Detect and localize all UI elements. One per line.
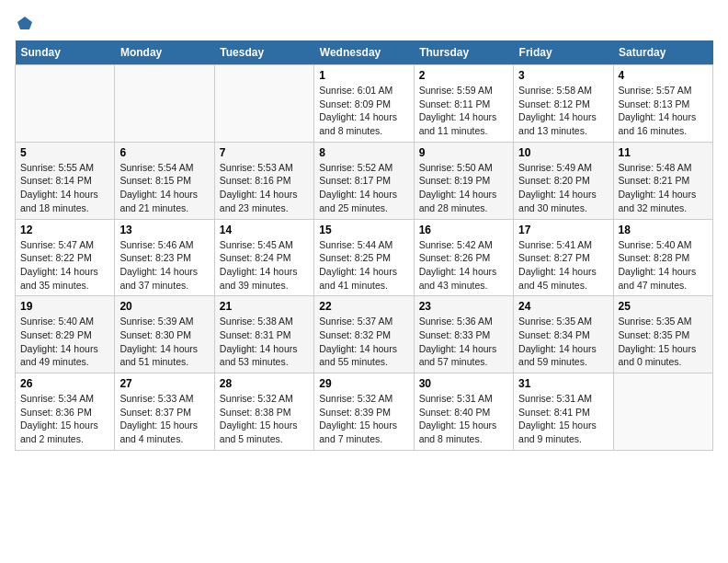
day-info: Sunrise: 5:38 AMSunset: 8:31 PMDaylight:… (220, 315, 309, 369)
day-number: 16 (419, 224, 508, 236)
weekday-header-wednesday: Wednesday (314, 40, 414, 65)
calendar-cell: 9Sunrise: 5:50 AMSunset: 8:19 PMDaylight… (414, 142, 513, 219)
day-number: 17 (518, 224, 608, 236)
day-info: Sunrise: 5:35 AMSunset: 8:35 PMDaylight:… (619, 315, 708, 369)
day-number: 5 (20, 146, 109, 159)
calendar-cell: 4Sunrise: 5:57 AMSunset: 8:13 PMDaylight… (613, 65, 712, 143)
day-number: 10 (518, 146, 608, 159)
day-info: Sunrise: 5:32 AMSunset: 8:39 PMDaylight:… (319, 392, 408, 446)
calendar-cell: 19Sunrise: 5:40 AMSunset: 8:29 PMDayligh… (16, 296, 115, 373)
day-info: Sunrise: 5:50 AMSunset: 8:19 PMDaylight:… (419, 161, 508, 215)
day-number: 19 (20, 300, 109, 313)
day-info: Sunrise: 5:40 AMSunset: 8:28 PMDaylight:… (619, 238, 708, 293)
logo-flag-icon (17, 15, 33, 31)
day-info: Sunrise: 5:48 AMSunset: 8:21 PMDaylight:… (619, 161, 708, 215)
day-number: 14 (220, 224, 309, 236)
day-number: 25 (619, 300, 708, 313)
calendar-cell: 13Sunrise: 5:46 AMSunset: 8:23 PMDayligh… (115, 219, 214, 296)
day-info: Sunrise: 5:41 AMSunset: 8:27 PMDaylight:… (518, 238, 608, 293)
day-number: 9 (419, 146, 508, 159)
calendar-week-row: 19Sunrise: 5:40 AMSunset: 8:29 PMDayligh… (16, 296, 713, 373)
weekday-header-friday: Friday (514, 40, 613, 65)
day-number: 21 (220, 300, 309, 313)
calendar-cell: 29Sunrise: 5:32 AMSunset: 8:39 PMDayligh… (314, 373, 414, 451)
calendar-cell: 6Sunrise: 5:54 AMSunset: 8:15 PMDaylight… (115, 142, 214, 219)
day-info: Sunrise: 5:44 AMSunset: 8:25 PMDaylight:… (319, 238, 408, 293)
day-info: Sunrise: 5:57 AMSunset: 8:13 PMDaylight:… (619, 84, 708, 138)
calendar-cell: 5Sunrise: 5:55 AMSunset: 8:14 PMDaylight… (16, 142, 115, 219)
day-info: Sunrise: 5:55 AMSunset: 8:14 PMDaylight:… (20, 161, 109, 215)
calendar-cell: 15Sunrise: 5:44 AMSunset: 8:25 PMDayligh… (314, 219, 414, 296)
day-info: Sunrise: 5:37 AMSunset: 8:32 PMDaylight:… (319, 315, 408, 369)
weekday-header-tuesday: Tuesday (214, 40, 313, 65)
day-number: 30 (419, 377, 508, 390)
calendar-cell: 22Sunrise: 5:37 AMSunset: 8:32 PMDayligh… (314, 296, 414, 373)
day-number: 26 (20, 377, 109, 390)
weekday-header-sunday: Sunday (16, 40, 115, 65)
day-number: 24 (518, 300, 608, 313)
calendar-cell: 26Sunrise: 5:34 AMSunset: 8:36 PMDayligh… (16, 373, 115, 451)
day-number: 1 (319, 69, 408, 82)
day-number: 18 (619, 224, 708, 236)
calendar-cell: 17Sunrise: 5:41 AMSunset: 8:27 PMDayligh… (514, 219, 613, 296)
calendar-week-row: 5Sunrise: 5:55 AMSunset: 8:14 PMDaylight… (16, 142, 713, 219)
calendar-week-row: 1Sunrise: 6:01 AMSunset: 8:09 PMDaylight… (16, 65, 713, 143)
calendar-cell: 12Sunrise: 5:47 AMSunset: 8:22 PMDayligh… (16, 219, 115, 296)
day-number: 13 (119, 224, 209, 236)
calendar-cell: 14Sunrise: 5:45 AMSunset: 8:24 PMDayligh… (214, 219, 313, 296)
calendar-cell: 10Sunrise: 5:49 AMSunset: 8:20 PMDayligh… (514, 142, 613, 219)
day-info: Sunrise: 5:46 AMSunset: 8:23 PMDaylight:… (119, 238, 209, 293)
calendar-cell: 16Sunrise: 5:42 AMSunset: 8:26 PMDayligh… (414, 219, 513, 296)
calendar-cell (16, 65, 115, 143)
day-number: 11 (619, 146, 708, 159)
calendar-cell: 24Sunrise: 5:35 AMSunset: 8:34 PMDayligh… (514, 296, 613, 373)
calendar-cell: 18Sunrise: 5:40 AMSunset: 8:28 PMDayligh… (613, 219, 712, 296)
day-info: Sunrise: 5:54 AMSunset: 8:15 PMDaylight:… (119, 161, 209, 215)
calendar-cell: 30Sunrise: 5:31 AMSunset: 8:40 PMDayligh… (414, 373, 513, 451)
day-info: Sunrise: 5:39 AMSunset: 8:30 PMDaylight:… (119, 315, 209, 369)
logo (15, 15, 33, 31)
day-info: Sunrise: 5:58 AMSunset: 8:12 PMDaylight:… (518, 84, 608, 138)
calendar-cell (613, 373, 712, 451)
day-number: 3 (518, 69, 608, 82)
day-info: Sunrise: 5:40 AMSunset: 8:29 PMDaylight:… (20, 315, 109, 369)
day-number: 23 (419, 300, 508, 313)
day-info: Sunrise: 5:49 AMSunset: 8:20 PMDaylight:… (518, 161, 608, 215)
day-info: Sunrise: 5:31 AMSunset: 8:40 PMDaylight:… (419, 392, 508, 446)
day-info: Sunrise: 6:01 AMSunset: 8:09 PMDaylight:… (319, 84, 408, 138)
day-number: 6 (119, 146, 209, 159)
day-number: 27 (119, 377, 209, 390)
calendar-cell (115, 65, 214, 143)
calendar-cell (214, 65, 313, 143)
calendar-cell: 11Sunrise: 5:48 AMSunset: 8:21 PMDayligh… (613, 142, 712, 219)
day-number: 15 (319, 224, 408, 236)
day-info: Sunrise: 5:45 AMSunset: 8:24 PMDaylight:… (220, 238, 309, 293)
day-info: Sunrise: 5:34 AMSunset: 8:36 PMDaylight:… (20, 392, 109, 446)
day-info: Sunrise: 5:31 AMSunset: 8:41 PMDaylight:… (518, 392, 608, 446)
calendar-week-row: 26Sunrise: 5:34 AMSunset: 8:36 PMDayligh… (16, 373, 713, 451)
weekday-header-monday: Monday (115, 40, 214, 65)
calendar-cell: 31Sunrise: 5:31 AMSunset: 8:41 PMDayligh… (514, 373, 613, 451)
day-info: Sunrise: 5:35 AMSunset: 8:34 PMDaylight:… (518, 315, 608, 369)
day-number: 8 (319, 146, 408, 159)
day-info: Sunrise: 5:36 AMSunset: 8:33 PMDaylight:… (419, 315, 508, 369)
day-info: Sunrise: 5:42 AMSunset: 8:26 PMDaylight:… (419, 238, 508, 293)
day-number: 4 (619, 69, 708, 82)
day-info: Sunrise: 5:47 AMSunset: 8:22 PMDaylight:… (20, 238, 109, 293)
calendar-cell: 7Sunrise: 5:53 AMSunset: 8:16 PMDaylight… (214, 142, 313, 219)
day-number: 2 (419, 69, 508, 82)
calendar-cell: 2Sunrise: 5:59 AMSunset: 8:11 PMDaylight… (414, 65, 513, 143)
calendar-cell: 23Sunrise: 5:36 AMSunset: 8:33 PMDayligh… (414, 296, 513, 373)
svg-marker-0 (17, 17, 32, 29)
weekday-header-thursday: Thursday (414, 40, 513, 65)
day-info: Sunrise: 5:59 AMSunset: 8:11 PMDaylight:… (419, 84, 508, 138)
calendar-cell: 27Sunrise: 5:33 AMSunset: 8:37 PMDayligh… (115, 373, 214, 451)
page-header (15, 15, 713, 31)
day-number: 22 (319, 300, 408, 313)
day-number: 12 (20, 224, 109, 236)
day-number: 31 (518, 377, 608, 390)
day-number: 7 (220, 146, 309, 159)
day-number: 20 (119, 300, 209, 313)
weekday-header-saturday: Saturday (613, 40, 712, 65)
day-info: Sunrise: 5:33 AMSunset: 8:37 PMDaylight:… (119, 392, 209, 446)
